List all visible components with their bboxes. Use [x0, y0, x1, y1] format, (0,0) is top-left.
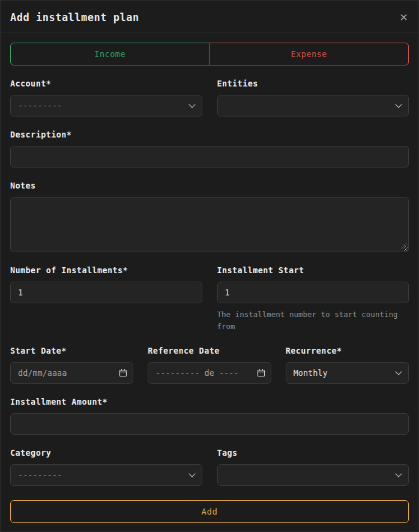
number-of-installments-field: Number of Installments*: [10, 265, 202, 303]
number-of-installments-label: Number of Installments*: [10, 265, 202, 276]
category-select[interactable]: ---------: [10, 464, 202, 486]
installment-amount-field: Installment Amount*: [10, 397, 409, 435]
notes-field: Notes: [10, 181, 409, 252]
installment-start-field: Installment Start The installment number…: [217, 265, 409, 333]
entities-select[interactable]: [217, 95, 409, 116]
start-date-input[interactable]: [10, 362, 133, 384]
installment-start-help-text: The installment number to start counting…: [217, 309, 409, 333]
account-select[interactable]: ---------: [10, 95, 202, 116]
chevron-down-icon: [188, 470, 195, 477]
recurrence-label: Recurrence*: [286, 346, 409, 356]
close-icon[interactable]: ✕: [400, 11, 408, 23]
recurrence-select[interactable]: Monthly: [286, 362, 409, 384]
number-of-installments-input[interactable]: [10, 282, 202, 303]
reference-date-field: Reference Date: [148, 346, 271, 384]
reference-date-input[interactable]: [148, 362, 271, 384]
tags-select[interactable]: [217, 464, 409, 486]
transaction-type-toggle: Income Expense: [10, 43, 409, 65]
description-input[interactable]: [10, 146, 409, 168]
add-button[interactable]: Add: [10, 500, 409, 523]
calendar-icon[interactable]: [257, 369, 265, 377]
tags-field: Tags: [217, 448, 409, 486]
start-date-field: Start Date*: [10, 346, 133, 384]
entities-field: Entities: [217, 79, 409, 116]
description-field: Description*: [10, 130, 409, 168]
notes-textarea[interactable]: [10, 197, 409, 252]
expense-tab[interactable]: Expense: [210, 43, 409, 65]
account-label: Account*: [10, 79, 202, 89]
chevron-down-icon: [395, 101, 402, 107]
calendar-icon[interactable]: [119, 369, 127, 377]
installment-amount-label: Installment Amount*: [10, 397, 409, 407]
recurrence-field: Recurrence* Monthly: [286, 346, 409, 384]
description-label: Description*: [10, 130, 409, 140]
category-label: Category: [10, 448, 202, 458]
income-tab[interactable]: Income: [10, 43, 210, 65]
chevron-down-icon: [395, 368, 402, 375]
installment-amount-input[interactable]: [10, 413, 409, 435]
entities-label: Entities: [217, 79, 409, 89]
dialog-header: Add installment plan ✕: [1, 1, 418, 33]
category-field: Category ---------: [10, 448, 202, 486]
dialog-body: Income Expense Account* --------- Entiti…: [1, 33, 418, 531]
chevron-down-icon: [395, 470, 402, 477]
tags-label: Tags: [217, 448, 409, 458]
notes-label: Notes: [10, 181, 409, 191]
account-field: Account* ---------: [10, 79, 202, 116]
recurrence-select-value: Monthly: [294, 368, 328, 378]
category-select-value: ---------: [18, 470, 62, 480]
page-title: Add installment plan: [10, 11, 139, 23]
chevron-down-icon: [188, 101, 195, 107]
installment-start-label: Installment Start: [217, 265, 409, 276]
installment-start-input[interactable]: [217, 282, 409, 303]
start-date-label: Start Date*: [10, 346, 133, 356]
account-select-value: ---------: [18, 101, 62, 110]
reference-date-label: Reference Date: [148, 346, 271, 356]
add-installment-plan-dialog: Add installment plan ✕ Income Expense Ac…: [0, 0, 419, 532]
